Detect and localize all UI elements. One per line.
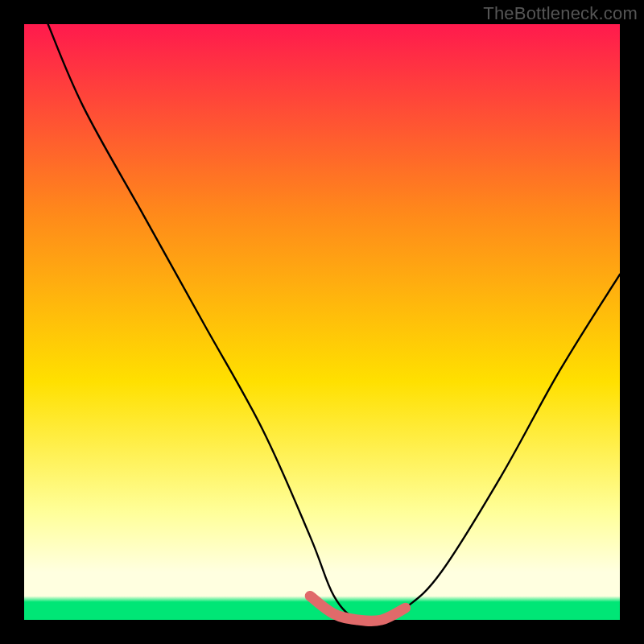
bottleneck-chart (0, 0, 644, 644)
chart-frame: TheBottleneck.com (0, 0, 644, 644)
gradient-background (24, 24, 620, 620)
watermark-text: TheBottleneck.com (483, 3, 638, 24)
